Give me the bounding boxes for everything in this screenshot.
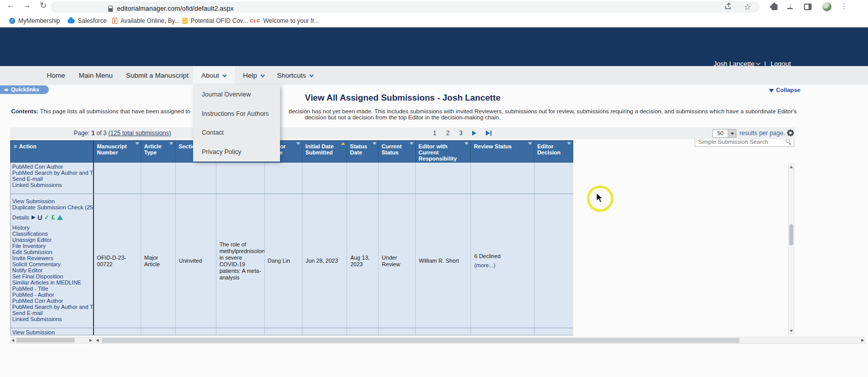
action-cell: View Submission bbox=[11, 328, 94, 335]
sort-icon[interactable] bbox=[567, 142, 571, 145]
main-scrollbar-thumb[interactable] bbox=[102, 338, 739, 343]
table-vertical-scrollbar[interactable] bbox=[788, 164, 794, 334]
action-link[interactable]: Invite Reviewers bbox=[12, 255, 93, 261]
current-page-number: 1 bbox=[91, 130, 95, 137]
action-link-view-submission[interactable]: View Submission bbox=[12, 329, 93, 335]
total-submissions-link[interactable]: (125 total submissions) bbox=[108, 130, 171, 137]
browser-menu-icon[interactable]: ⋮ bbox=[840, 2, 849, 11]
column-header-manuscript-number[interactable]: Manuscript Number bbox=[94, 141, 141, 162]
sort-icon[interactable] bbox=[373, 142, 377, 145]
action-link[interactable]: PubMed Corr Author bbox=[12, 298, 93, 304]
collapse-triangle-icon bbox=[769, 89, 774, 92]
back-icon[interactable]: ← bbox=[4, 1, 17, 10]
profile-avatar[interactable] bbox=[822, 2, 831, 11]
action-link-details[interactable]: Details bbox=[12, 214, 29, 221]
chevron-down-icon bbox=[261, 73, 265, 77]
action-link[interactable]: PubMed Corr Author bbox=[12, 164, 93, 170]
nav-shortcuts[interactable]: Shortcuts bbox=[277, 66, 313, 85]
last-page-icon[interactable] bbox=[486, 131, 491, 136]
menu-item-journal-overview[interactable]: Journal Overview bbox=[193, 85, 280, 104]
column-header-status-date[interactable]: Status Date bbox=[347, 141, 379, 162]
status-date-cell: Aug 13, 2023 bbox=[347, 194, 379, 328]
action-link-view-submission[interactable]: View Submission bbox=[12, 198, 93, 204]
scroll-up-icon[interactable] bbox=[790, 166, 793, 168]
action-link[interactable]: Unassign Editor bbox=[12, 237, 93, 243]
page-link-3[interactable]: 3 bbox=[459, 130, 462, 137]
action-link[interactable]: Send E-mail bbox=[12, 176, 93, 182]
extensions-icon[interactable] bbox=[771, 4, 778, 10]
bookmark-salesforce[interactable]: Salesforce bbox=[68, 17, 107, 25]
reload-icon[interactable]: ↻ bbox=[37, 1, 50, 10]
action-link[interactable]: Notify Editor bbox=[12, 267, 93, 273]
nav-submit-manuscript[interactable]: Submit a Manuscript bbox=[126, 66, 189, 85]
action-link[interactable]: Set Final Disposition bbox=[12, 273, 93, 279]
column-header-review-status[interactable]: Review Status bbox=[471, 141, 534, 162]
bookmark-potential-ofid[interactable]: Potential OFID Cov... bbox=[182, 17, 247, 25]
nav-help[interactable]: Help bbox=[243, 66, 264, 85]
action-link[interactable]: Edit Submission bbox=[12, 249, 93, 255]
action-link[interactable]: PubMed Search by Author and Title bbox=[12, 170, 93, 176]
menu-item-privacy-policy[interactable]: Privacy Policy bbox=[193, 142, 280, 162]
sort-icon[interactable] bbox=[464, 142, 469, 145]
action-link[interactable]: PubMed Search by Author and Title bbox=[12, 304, 93, 310]
sort-icon[interactable] bbox=[528, 142, 532, 145]
share-icon[interactable] bbox=[724, 3, 733, 12]
collapse-link[interactable]: Collapse bbox=[769, 87, 800, 93]
sort-icon[interactable] bbox=[296, 142, 300, 145]
search-icon[interactable] bbox=[786, 139, 790, 143]
action-link[interactable]: PubMed - Title bbox=[12, 286, 93, 292]
settings-gear-icon[interactable] bbox=[788, 130, 793, 136]
action-link[interactable]: History bbox=[12, 225, 93, 231]
nav-about[interactable]: About bbox=[201, 66, 226, 85]
action-link[interactable]: Linked Submissions bbox=[12, 316, 93, 322]
forward-icon[interactable]: → bbox=[20, 1, 34, 10]
action-link[interactable]: File Inventory bbox=[12, 243, 93, 249]
page-link-1[interactable]: 1 bbox=[433, 130, 437, 137]
review-more-link[interactable]: (more...) bbox=[474, 262, 531, 269]
scroll-right-icon[interactable] bbox=[89, 339, 92, 342]
action-column-scrollbar[interactable] bbox=[10, 337, 94, 343]
address-bar[interactable]: editorialmanager.com/ofid/default2.aspx … bbox=[51, 2, 760, 13]
menu-item-instructions[interactable]: Instructions For Authors bbox=[193, 104, 280, 123]
page-link-2[interactable]: 2 bbox=[446, 130, 450, 137]
sort-icon[interactable] bbox=[135, 142, 139, 145]
action-link[interactable]: Send E-mail bbox=[12, 310, 93, 316]
action-link-duplicate-check[interactable]: Duplicate Submission Check (25 bbox=[12, 204, 93, 210]
bookmark-available-online[interactable]: Available Online, By... bbox=[112, 17, 179, 25]
column-header-current-status[interactable]: Current Status bbox=[379, 141, 416, 162]
sort-active-icon[interactable] bbox=[341, 142, 345, 145]
editor-cell: William R. Short bbox=[416, 194, 471, 328]
main-horizontal-scrollbar[interactable] bbox=[95, 337, 865, 344]
sort-icon[interactable] bbox=[410, 142, 414, 145]
sort-icon[interactable] bbox=[169, 142, 173, 145]
column-header-editor-decision[interactable]: Editor Decision bbox=[534, 141, 573, 162]
next-page-icon[interactable] bbox=[472, 131, 476, 136]
menu-item-contact[interactable]: Contact bbox=[193, 123, 280, 143]
action-link[interactable]: Similar Articles in MEDLINE bbox=[12, 279, 93, 286]
column-header-article-type[interactable]: Article Type bbox=[141, 141, 176, 162]
column-header-initial-date[interactable]: Initial Date Submitted bbox=[302, 141, 347, 162]
action-scrollbar-thumb[interactable] bbox=[16, 338, 75, 342]
scroll-down-icon[interactable] bbox=[790, 330, 793, 332]
downloads-icon[interactable]: ↓ bbox=[786, 1, 795, 10]
results-per-page-select[interactable]: 50 bbox=[712, 129, 728, 138]
column-header-action[interactable]: ≡Action bbox=[11, 141, 94, 162]
nav-main-menu[interactable]: Main Menu bbox=[79, 66, 113, 85]
sidebar-icon[interactable] bbox=[804, 4, 812, 10]
action-link[interactable]: Solicit Commentary bbox=[12, 261, 93, 267]
bookmark-mymembership[interactable]: ✓ MyMembership bbox=[9, 17, 60, 25]
bookmark-star-icon[interactable]: ☆ bbox=[743, 3, 752, 12]
pagination-bar: Page: 1 of 3 (125 total submissions) 1 2… bbox=[10, 128, 795, 139]
scroll-right-icon[interactable] bbox=[861, 339, 864, 342]
select-arrow-icon[interactable] bbox=[728, 129, 736, 138]
scroll-left-icon[interactable] bbox=[12, 339, 14, 342]
vertical-scrollbar-thumb[interactable] bbox=[789, 224, 793, 245]
action-link[interactable]: Linked Submissions bbox=[12, 182, 93, 188]
action-link[interactable]: PubMed - Author bbox=[12, 292, 93, 298]
column-header-editor[interactable]: Editor with Current Responsibility bbox=[416, 141, 471, 162]
bookmark-welcome[interactable]: CLC Welcome to your fr... bbox=[250, 17, 319, 25]
url-text[interactable]: editorialmanager.com/ofid/default2.aspx bbox=[117, 5, 234, 12]
nav-home[interactable]: Home bbox=[47, 66, 65, 85]
scroll-left-icon[interactable] bbox=[96, 339, 99, 342]
action-link[interactable]: Classifications bbox=[12, 231, 93, 237]
